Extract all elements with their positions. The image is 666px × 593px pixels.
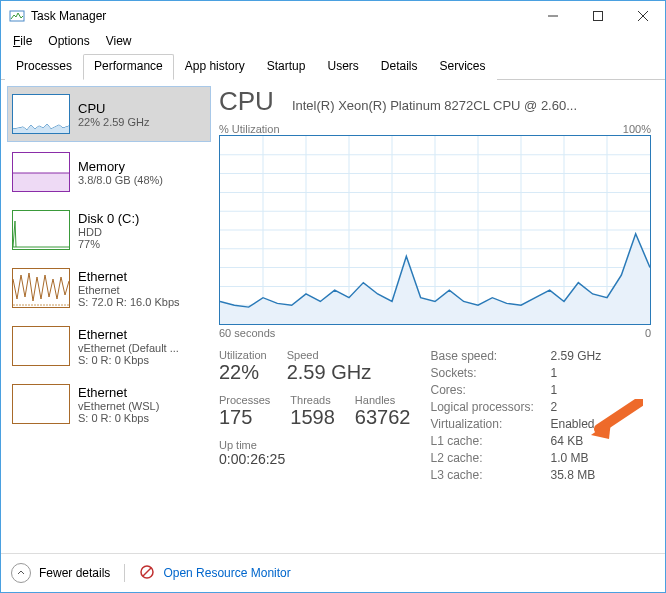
tab-performance[interactable]: Performance xyxy=(83,54,174,80)
sidebar-item-eth1[interactable]: Ethernet vEthernet (Default ... S: 0 R: … xyxy=(7,318,211,374)
ethernet-thumb xyxy=(12,384,70,424)
tab-processes[interactable]: Processes xyxy=(5,54,83,80)
chevron-up-icon[interactable] xyxy=(11,563,31,583)
stats-area: Utilization22% Speed2.59 GHz Processes17… xyxy=(219,349,651,482)
tab-app-history[interactable]: App history xyxy=(174,54,256,80)
close-button[interactable] xyxy=(620,1,665,31)
page-title: CPU xyxy=(219,86,274,117)
ethernet-thumb xyxy=(12,268,70,308)
chart-ymax: 100% xyxy=(623,123,651,135)
tab-users[interactable]: Users xyxy=(316,54,369,80)
sidebar-item-text: CPU 22% 2.59 GHz xyxy=(78,101,150,128)
content-body: CPU 22% 2.59 GHz Memory 3.8/8.0 GB (48%)… xyxy=(1,80,665,553)
sidebar-item-disk0[interactable]: Disk 0 (C:) HDD 77% xyxy=(7,202,211,258)
cpu-kv-table: Base speed:2.59 GHz Sockets:1 Cores:1 Lo… xyxy=(430,349,601,482)
stat-threads: 1598 xyxy=(290,406,335,429)
stat-uptime: 0:00:26:25 xyxy=(219,451,410,467)
sidebar-item-cpu[interactable]: CPU 22% 2.59 GHz xyxy=(7,86,211,142)
stat-utilization: 22% xyxy=(219,361,267,384)
main-header: CPU Intel(R) Xeon(R) Platinum 8272CL CPU… xyxy=(219,86,651,117)
open-resource-monitor-link[interactable]: Open Resource Monitor xyxy=(163,566,290,580)
sidebar-item-eth2[interactable]: Ethernet vEthernet (WSL) S: 0 R: 0 Kbps xyxy=(7,376,211,432)
cpu-model: Intel(R) Xeon(R) Platinum 8272CL CPU @ 2… xyxy=(292,98,651,113)
kv-cores: 1 xyxy=(550,383,601,397)
menu-file[interactable]: File xyxy=(7,33,38,49)
chart-xlabel-left: 60 seconds xyxy=(219,327,275,339)
resource-sidebar: CPU 22% 2.59 GHz Memory 3.8/8.0 GB (48%)… xyxy=(1,80,211,553)
sidebar-item-memory[interactable]: Memory 3.8/8.0 GB (48%) xyxy=(7,144,211,200)
sidebar-item-eth0[interactable]: Ethernet Ethernet S: 72.0 R: 16.0 Kbps xyxy=(7,260,211,316)
menu-bar: File Options View xyxy=(1,31,665,51)
cpu-thumb xyxy=(12,94,70,134)
window-title: Task Manager xyxy=(31,9,530,23)
svg-line-28 xyxy=(143,568,151,576)
ethernet-thumb xyxy=(12,326,70,366)
stat-speed: 2.59 GHz xyxy=(287,361,371,384)
task-manager-window: { "titlebar": {"title": "Task Manager"},… xyxy=(0,0,666,593)
fewer-details-link[interactable]: Fewer details xyxy=(39,566,110,580)
sidebar-cpu-sub: 22% 2.59 GHz xyxy=(78,116,150,128)
stat-processes: 175 xyxy=(219,406,270,429)
kv-l1-cache: 64 KB xyxy=(550,434,601,448)
maximize-button[interactable] xyxy=(575,1,620,31)
tab-strip: Processes Performance App history Startu… xyxy=(1,53,665,80)
cpu-utilization-chart[interactable] xyxy=(219,135,651,325)
kv-l2-cache: 1.0 MB xyxy=(550,451,601,465)
main-panel: CPU Intel(R) Xeon(R) Platinum 8272CL CPU… xyxy=(211,80,665,553)
menu-view[interactable]: View xyxy=(100,33,138,49)
resource-monitor-icon xyxy=(139,564,155,583)
memory-thumb xyxy=(12,152,70,192)
chart-ylabel: % Utilization xyxy=(219,123,280,135)
kv-sockets: 1 xyxy=(550,366,601,380)
kv-logical-processors: 2 xyxy=(550,400,601,414)
minimize-button[interactable] xyxy=(530,1,575,31)
app-icon xyxy=(9,8,25,24)
stat-handles: 63762 xyxy=(355,406,411,429)
kv-virtualization: Enabled xyxy=(550,417,601,431)
tab-startup[interactable]: Startup xyxy=(256,54,317,80)
tab-details[interactable]: Details xyxy=(370,54,429,80)
kv-base-speed: 2.59 GHz xyxy=(550,349,601,363)
separator xyxy=(124,564,125,582)
footer: Fewer details Open Resource Monitor xyxy=(1,553,665,592)
menu-options[interactable]: Options xyxy=(42,33,95,49)
disk-thumb xyxy=(12,210,70,250)
tab-services[interactable]: Services xyxy=(429,54,497,80)
svg-rect-2 xyxy=(593,12,602,21)
svg-rect-5 xyxy=(13,173,69,191)
window-buttons xyxy=(530,1,665,31)
sidebar-cpu-title: CPU xyxy=(78,101,150,116)
titlebar: Task Manager xyxy=(1,1,665,31)
chart-xlabel-right: 0 xyxy=(645,327,651,339)
kv-l3-cache: 35.8 MB xyxy=(550,468,601,482)
